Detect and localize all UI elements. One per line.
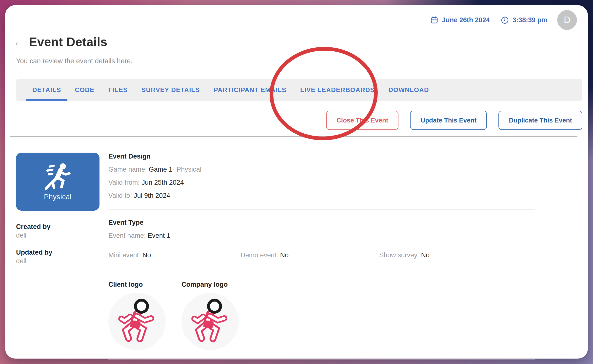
created-by-label: Created by (16, 223, 99, 231)
time-text: 3:38:39 pm (513, 16, 547, 24)
game-name-row: Game name: Game 1- Physical (108, 166, 577, 173)
show-survey-flag: Show survey: No (379, 251, 577, 259)
updated-by-block: Updated by dell (16, 249, 99, 265)
mini-event-flag: Mini event: No (108, 251, 240, 259)
game-type-card: Physical (16, 153, 99, 211)
runner-logo-icon (115, 297, 159, 346)
event-name-row: Event name: Event 1 (108, 232, 577, 240)
action-buttons-row: Close This Event Update This Event Dupli… (16, 111, 582, 130)
tab-participant-emails[interactable]: PARTICIPANT EMAILS (214, 79, 286, 101)
runner-icon (41, 162, 74, 192)
runner-logo-icon (188, 297, 232, 346)
divider (108, 360, 535, 360)
page-title: Event Details (29, 35, 107, 49)
event-design-heading: Event Design (108, 153, 577, 160)
back-arrow-icon[interactable]: ← (14, 37, 24, 47)
created-by-block: Created by dell (16, 223, 99, 239)
tab-code[interactable]: CODE (75, 79, 94, 101)
created-by-value: dell (16, 232, 99, 239)
updated-by-label: Updated by (16, 249, 99, 256)
client-logo-label: Client logo (108, 281, 166, 288)
event-design-section: Event Design Game name: Game 1- Physical… (108, 153, 577, 200)
logos-row: Client logo (108, 281, 577, 350)
avatar[interactable]: D (557, 10, 577, 30)
right-column: Event Design Game name: Game 1- Physical… (108, 153, 577, 360)
date-text: June 26th 2024 (442, 16, 490, 24)
current-time: 3:38:39 pm (501, 16, 547, 24)
page-background: June 26th 2024 3:38:39 pm D ← Event Deta… (0, 0, 593, 364)
calendar-icon (430, 16, 438, 24)
company-logo-label: Company logo (181, 281, 239, 288)
client-logo-block: Client logo (108, 281, 166, 350)
update-event-button[interactable]: Update This Event (410, 111, 487, 130)
event-details-body: Physical Created by dell Updated by dell… (16, 153, 577, 360)
current-date: June 26th 2024 (430, 16, 490, 24)
page-subtitle: You can review the event details here. (16, 57, 577, 65)
company-logo-block: Company logo (181, 281, 239, 350)
valid-to-row: Valid to: Jul 9th 2024 (108, 192, 577, 200)
avatar-initial: D (564, 15, 571, 25)
header-bar: June 26th 2024 3:38:39 pm D (16, 10, 577, 30)
close-event-button[interactable]: Close This Event (326, 111, 399, 130)
game-type-label: Physical (44, 193, 72, 201)
tab-bar: DETAILS CODE FILES SURVEY DETAILS PARTIC… (16, 79, 582, 101)
duplicate-event-button[interactable]: Duplicate This Event (498, 111, 582, 130)
event-type-heading: Event Type (108, 219, 577, 226)
left-column: Physical Created by dell Updated by dell (16, 153, 99, 360)
tab-survey-details[interactable]: SURVEY DETAILS (141, 79, 200, 101)
title-row: ← Event Details (14, 35, 577, 49)
tab-download[interactable]: DOWNLOAD (389, 79, 429, 101)
event-flags-row: Mini event: No Demo event: No Show surve… (108, 251, 577, 259)
content-card: June 26th 2024 3:38:39 pm D ← Event Deta… (5, 5, 588, 359)
divider (108, 209, 535, 210)
company-logo-image (181, 293, 239, 350)
tab-details[interactable]: DETAILS (32, 79, 61, 101)
valid-from-row: Valid from: Jun 25th 2024 (108, 179, 577, 186)
demo-event-flag: Demo event: No (240, 251, 379, 259)
tab-live-leaderboards[interactable]: LIVE LEADERBOARDS (300, 79, 375, 101)
updated-by-value: dell (16, 257, 99, 265)
clock-icon (501, 16, 509, 24)
section-divider (10, 136, 577, 137)
tab-files[interactable]: FILES (108, 79, 128, 101)
event-type-section: Event Type Event name: Event 1 Mini even… (108, 219, 577, 259)
client-logo-image (108, 293, 166, 350)
